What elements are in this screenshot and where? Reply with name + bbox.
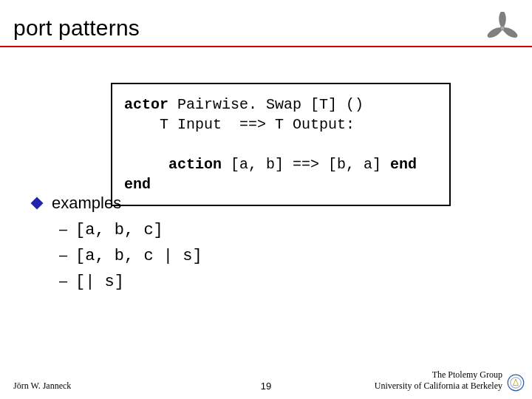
university-seal-icon [507,374,525,392]
footer-university: University of California at Berkeley [375,381,502,392]
slide: port patterns actor Pairwise. Swap [T] (… [0,0,532,399]
svg-point-4 [508,375,524,391]
footer-author: Jörn W. Janneck [13,381,71,392]
title-row: port patterns [13,12,519,44]
dash-icon: – [59,269,66,293]
keyword: end [124,176,151,193]
footer: Jörn W. Janneck The Ptolemy Group Univer… [13,369,525,392]
example-text: [a, b, c] [75,217,163,243]
code-text: Pairwise. Swap [T] () [168,96,364,113]
example-text: [| s] [75,269,124,295]
svg-point-0 [499,12,506,27]
divider [0,46,532,47]
propeller-logo-icon [486,12,519,44]
keyword: action [168,156,222,173]
example-text: [a, b, c | s] [75,243,202,269]
code-block: actor Pairwise. Swap [T] () T Input ==> … [111,83,451,206]
bullet-item: examples [33,194,502,213]
bullet-label: examples [52,194,121,213]
code-text: [a, b] ==> [b, a] [222,156,390,173]
list-item: – [a, b, c | s] [59,243,502,269]
dash-icon: – [59,217,66,241]
keyword: actor [124,96,168,113]
body: examples – [a, b, c] – [a, b, c | s] – [… [33,194,502,296]
code-text: T Input ==> T Output: [124,116,355,133]
footer-group: The Ptolemy Group [375,369,502,381]
page-title: port patterns [13,16,140,41]
list-item: – [a, b, c] [59,217,502,243]
footer-right: The Ptolemy Group University of Californ… [375,369,525,392]
sub-list: – [a, b, c] – [a, b, c | s] – [| s] [59,217,502,296]
code-text [124,156,168,173]
diamond-bullet-icon [31,197,44,210]
list-item: – [| s] [59,269,502,295]
dash-icon: – [59,243,66,267]
svg-point-3 [500,26,505,30]
keyword: end [390,156,417,173]
